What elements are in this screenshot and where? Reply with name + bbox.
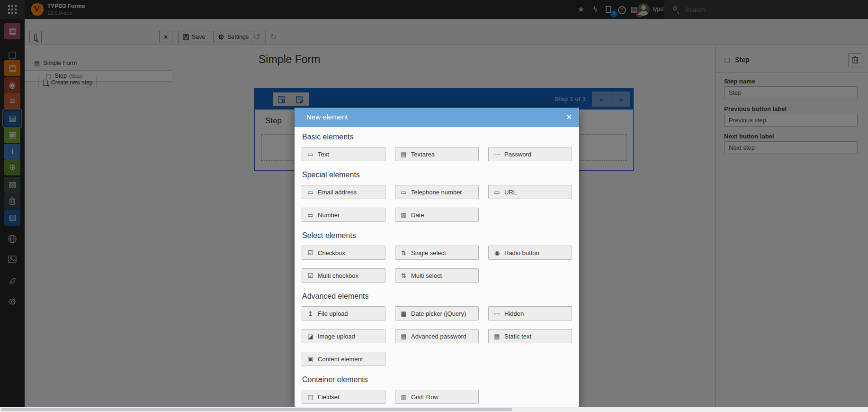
hidden-icon: ▭	[493, 310, 501, 317]
element-button-url[interactable]: ▭ URL	[488, 185, 572, 199]
element-button-date-picker[interactable]: ▦ Date picker (jQuery)	[395, 306, 479, 320]
static-text-icon: ▤	[493, 333, 501, 340]
password-icon: ⋯	[493, 151, 501, 158]
advanced-password-icon: ▤	[400, 333, 407, 340]
element-button-date[interactable]: ▦ Date	[395, 208, 479, 222]
fieldset-icon: ▤	[307, 394, 314, 401]
horizontal-scrollbar[interactable]	[0, 407, 868, 412]
content-element-icon: ▣	[307, 356, 314, 363]
element-button-password[interactable]: ⋯ Password	[488, 147, 572, 161]
element-button-checkbox[interactable]: ☑ Checkbox	[302, 246, 385, 260]
file-upload-icon: ↥	[307, 310, 314, 317]
section-advanced-elements: Advanced elements	[302, 292, 572, 301]
element-button-grid-row[interactable]: ▥ Grid: Row	[395, 390, 479, 404]
number-icon: ▭	[307, 211, 314, 219]
element-button-content-element[interactable]: ▣ Content element	[302, 352, 385, 366]
image-upload-icon: ◪	[307, 333, 314, 340]
element-button-telephone[interactable]: ▭ Telephone number	[395, 185, 479, 199]
radio-icon: ◉	[493, 249, 501, 256]
element-button-text[interactable]: ▭ Text	[302, 147, 385, 161]
date-picker-icon: ▦	[400, 310, 407, 317]
element-button-advanced-password[interactable]: ▤ Advanced password	[395, 329, 479, 343]
multi-checkbox-icon: ☑	[307, 272, 314, 279]
multi-select-icon: ⇅	[400, 272, 407, 279]
element-button-textarea[interactable]: ▤ Textarea	[395, 147, 479, 161]
element-button-file-upload[interactable]: ↥ File upload	[302, 306, 385, 320]
url-icon: ▭	[493, 189, 501, 196]
modal-header: New element ×	[295, 108, 579, 127]
grid-row-icon: ▥	[400, 394, 407, 401]
date-icon: ▦	[400, 211, 407, 219]
section-container-elements: Container elements	[302, 375, 572, 384]
modal-title: New element	[306, 113, 348, 121]
element-button-single-select[interactable]: ⇅ Single select	[395, 246, 479, 260]
element-button-radio[interactable]: ◉ Radio button	[488, 246, 572, 260]
close-icon[interactable]: ×	[566, 112, 572, 122]
email-icon: ▭	[307, 189, 314, 196]
element-button-fieldset[interactable]: ▤ Fieldset	[302, 390, 385, 404]
section-basic-elements: Basic elements	[302, 133, 572, 141]
single-select-icon: ⇅	[400, 249, 407, 256]
element-button-hidden[interactable]: ▭ Hidden	[488, 306, 572, 320]
textarea-icon: ▤	[400, 151, 407, 158]
section-select-elements: Select elements	[302, 231, 572, 240]
text-field-icon: ▭	[307, 151, 314, 158]
element-button-static-text[interactable]: ▤ Static text	[488, 329, 572, 343]
element-button-number[interactable]: ▭ Number	[302, 208, 385, 222]
element-button-multi-select[interactable]: ⇅ Multi select	[395, 268, 479, 283]
telephone-icon: ▭	[400, 189, 407, 196]
element-button-multi-checkbox[interactable]: ☑ Multi checkbox	[302, 268, 385, 283]
element-button-image-upload[interactable]: ◪ Image upload	[302, 329, 385, 343]
checkbox-icon: ☑	[307, 249, 314, 256]
scrollbar-thumb[interactable]	[1, 408, 512, 411]
new-element-modal: New element × Basic elements ▭ Text ▤ Te…	[295, 108, 579, 407]
section-special-elements: Special elements	[302, 171, 572, 179]
element-button-email[interactable]: ▭ Email address	[302, 185, 385, 199]
modal-body: Basic elements ▭ Text ▤ Textarea ⋯ Passw…	[295, 127, 579, 404]
